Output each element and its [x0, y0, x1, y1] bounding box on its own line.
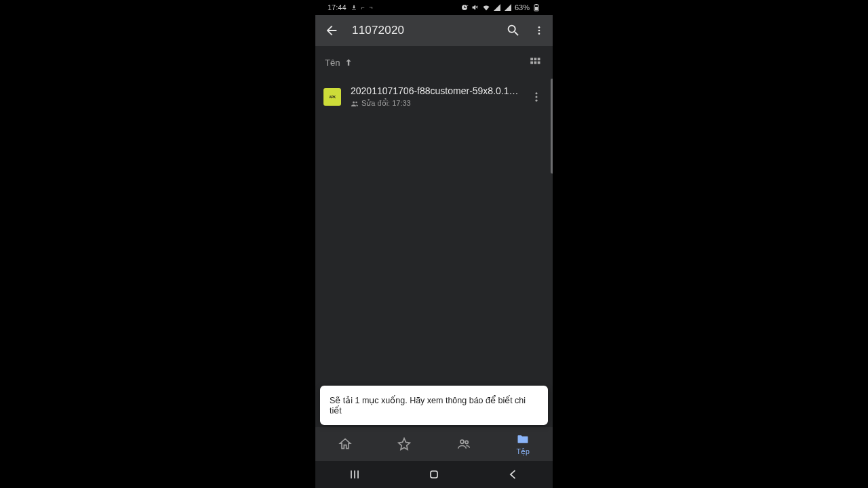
more-vert-icon: [530, 91, 542, 103]
file-meta: Sửa đổi: 17:33: [351, 99, 519, 108]
folder-icon: [516, 432, 530, 446]
battery-text: 63%: [515, 3, 530, 12]
nav-recents[interactable]: [334, 465, 375, 484]
tab-files-label: Tệp: [517, 447, 530, 455]
search-icon: [506, 23, 521, 38]
search-button[interactable]: [505, 22, 521, 39]
arrow-up-icon: [344, 58, 353, 67]
star-icon: [397, 437, 411, 451]
item-more-button[interactable]: [528, 89, 545, 105]
wifi-icon: [482, 3, 490, 12]
mute-icon: [471, 3, 479, 12]
file-meta-text: Sửa đổi: 17:33: [361, 99, 411, 108]
view-toggle-button[interactable]: [527, 54, 543, 70]
grid-icon: [529, 56, 541, 68]
recents-icon: [348, 468, 361, 481]
scroll-indicator[interactable]: [551, 79, 553, 174]
page-title: 11072020: [352, 24, 493, 37]
svg-rect-9: [530, 62, 533, 64]
tab-home[interactable]: [315, 427, 375, 461]
home-icon: [338, 437, 352, 451]
nav-home-icon: [427, 468, 441, 481]
more-button[interactable]: [534, 22, 545, 39]
download-icon: [351, 4, 357, 11]
file-name: 202011071706-f88customer-59x8.0.1-r…: [351, 85, 519, 96]
tab-files[interactable]: Tệp: [494, 427, 553, 461]
tab-shared[interactable]: [434, 427, 494, 461]
svg-rect-6: [530, 58, 533, 60]
svg-point-18: [465, 441, 468, 443]
status-time: 17:44: [328, 3, 347, 12]
svg-point-4: [538, 30, 540, 32]
battery-icon: [532, 3, 540, 12]
people-icon: [457, 437, 471, 451]
system-nav: [315, 461, 553, 488]
tab-starred[interactable]: [375, 427, 435, 461]
sort-label: Tên: [325, 58, 340, 68]
svg-point-12: [353, 101, 355, 103]
status-left: 17:44 ⌐ ¬: [328, 3, 374, 12]
svg-point-16: [536, 99, 538, 101]
svg-rect-10: [534, 62, 537, 64]
more-vert-icon: [534, 23, 545, 38]
svg-rect-7: [534, 58, 537, 60]
signal-2-icon: [504, 3, 512, 12]
toast-text: Sẽ tải 1 mục xuống. Hãy xem thông báo để…: [330, 396, 526, 415]
expand-indicator-icon: ⌐ ¬: [361, 4, 374, 11]
svg-point-15: [536, 96, 538, 98]
sort-row: Tên: [315, 46, 553, 79]
app-bar: 11072020: [315, 15, 553, 46]
svg-point-17: [460, 440, 464, 443]
bottom-tabs: Tệp: [315, 427, 553, 461]
svg-rect-11: [538, 62, 540, 64]
signal-1-icon: [493, 3, 501, 12]
status-bar: 17:44 ⌐ ¬ 63%: [315, 0, 553, 15]
phone-frame: 17:44 ⌐ ¬ 63% 11072020 Tên: [315, 0, 553, 488]
status-right: 63%: [460, 3, 540, 12]
back-button[interactable]: [323, 22, 340, 39]
alarm-icon: [460, 3, 469, 12]
apk-icon: APK: [323, 88, 341, 106]
svg-rect-8: [538, 58, 540, 60]
shared-icon: [351, 100, 359, 108]
nav-back[interactable]: [493, 465, 534, 484]
file-info: 202011071706-f88customer-59x8.0.1-r… Sửa…: [351, 85, 519, 108]
sort-button[interactable]: Tên: [325, 58, 353, 68]
nav-back-icon: [507, 468, 520, 481]
list-item[interactable]: APK 202011071706-f88customer-59x8.0.1-r……: [315, 79, 553, 115]
arrow-back-icon: [324, 23, 339, 38]
file-list: APK 202011071706-f88customer-59x8.0.1-r……: [315, 79, 553, 427]
svg-rect-1: [536, 4, 538, 5]
toast: Sẽ tải 1 mục xuống. Hãy xem thông báo để…: [320, 386, 548, 425]
nav-home[interactable]: [414, 465, 454, 484]
svg-point-14: [536, 92, 538, 94]
svg-point-13: [355, 101, 357, 103]
svg-rect-22: [431, 471, 437, 478]
svg-rect-2: [535, 7, 538, 10]
svg-point-3: [538, 26, 540, 28]
svg-point-5: [538, 33, 540, 35]
